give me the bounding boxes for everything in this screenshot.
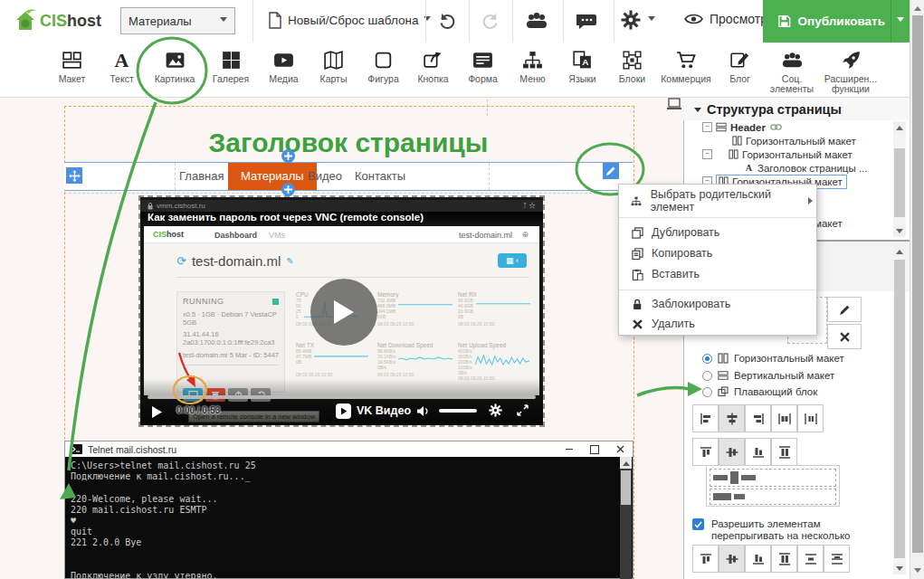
device-preview-icon[interactable] — [666, 98, 682, 110]
nav-item-materialy[interactable]: Материалы — [228, 163, 317, 190]
video-block[interactable]: vmm.cishost.ru ⤴ ☆ Как заменить пароль r… — [140, 197, 543, 425]
scrollbar-thumb[interactable] — [894, 148, 905, 217]
nav-menu-row[interactable]: Главная Материалы Видео Контакты — [64, 162, 633, 191]
radio-horizontal-layout[interactable]: Горизонтальный макет — [702, 353, 844, 364]
close-button[interactable] — [607, 445, 633, 453]
tree-item-title-text[interactable]: A Заголовок страницы ... — [744, 161, 867, 175]
new-template-button[interactable]: Новый/Сброс шаблона — [268, 12, 431, 29]
page-scrollbar[interactable] — [910, 0, 924, 579]
align-center-h-button[interactable] — [719, 404, 745, 432]
tool-blocks[interactable]: Блоки — [607, 43, 657, 84]
menu-item-lock[interactable]: Заблокировать — [619, 294, 816, 314]
collapse-toggle[interactable]: − — [702, 149, 712, 159]
edit-vm-icon[interactable]: ✎ — [286, 256, 293, 266]
menu-item-select-parent[interactable]: Выбрать родительский элемент — [619, 191, 816, 211]
scroll-down-button[interactable] — [893, 225, 906, 237]
publish-more-button[interactable] — [891, 17, 910, 25]
tool-languages[interactable]: A Языки — [557, 43, 607, 84]
align-left-button[interactable] — [692, 404, 719, 432]
stretch-v-button[interactable] — [771, 438, 797, 466]
space-around-h-button[interactable] — [797, 404, 824, 432]
distribute-rows-button[interactable] — [824, 545, 850, 573]
structure-scrollbar[interactable] — [893, 121, 906, 237]
tool-advanced[interactable]: Расширен... функции — [819, 43, 882, 94]
checkbox-checked[interactable] — [692, 518, 704, 530]
terminal-scrollbar[interactable] — [620, 457, 632, 579]
collapse-toggle[interactable]: − — [702, 122, 712, 132]
radio-button[interactable] — [702, 354, 712, 364]
menu-item-duplicate[interactable]: Дублировать — [619, 223, 816, 242]
scroll-up-button[interactable] — [620, 457, 632, 469]
tree-item-clipped[interactable]: макет — [814, 218, 843, 229]
redo-button[interactable] — [474, 9, 507, 33]
add-element-above-button[interactable] — [281, 149, 295, 163]
tool-menu[interactable]: Меню — [508, 43, 557, 84]
video-play-overlay[interactable] — [310, 279, 377, 346]
add-element-below-button[interactable] — [281, 183, 295, 196]
tool-layout[interactable]: Макет — [47, 43, 97, 84]
fullscreen-icon[interactable] — [517, 404, 529, 416]
align-top-button[interactable] — [692, 438, 719, 466]
content-align-top-button[interactable] — [692, 545, 719, 573]
nav-item-kontakty[interactable]: Контакты — [355, 163, 405, 190]
structure-panel-header[interactable]: Структура страницы — [683, 98, 910, 120]
player-play-button[interactable] — [151, 405, 163, 419]
content-stretch-button[interactable] — [771, 545, 797, 573]
tree-item-header[interactable]: − Header — [702, 120, 782, 134]
radio-vertical-layout[interactable]: Вертикальный макет — [702, 370, 834, 381]
edit-menu-button[interactable] — [603, 163, 619, 179]
vm-account[interactable]: test-domain.ml — [459, 231, 512, 240]
nav-item-glavnaya[interactable]: Главная — [179, 163, 224, 190]
volume-slider[interactable] — [439, 409, 477, 413]
align-bottom-button[interactable] — [745, 438, 771, 466]
tool-button[interactable]: Кнопка — [408, 43, 458, 84]
tree-item-hlayout-2[interactable]: − Горизонтальный макет — [702, 147, 853, 161]
menu-item-paste[interactable]: Вставить — [619, 264, 816, 284]
users-button[interactable] — [519, 9, 554, 33]
space-between-h-button[interactable] — [771, 404, 797, 432]
tool-form[interactable]: Форма — [458, 43, 508, 84]
refresh-icon[interactable]: ⟳ — [176, 254, 186, 268]
align-middle-button[interactable] — [719, 438, 745, 466]
scrollbar-thumb[interactable] — [621, 470, 631, 505]
distribute-center-button[interactable] — [797, 545, 824, 573]
properties-scrollbar[interactable] — [893, 245, 906, 574]
tool-social[interactable]: Соц. элементы — [765, 43, 819, 94]
player-settings-icon[interactable] — [489, 403, 502, 417]
menu-item-delete[interactable]: Удалить — [619, 314, 816, 334]
align-right-button[interactable] — [745, 404, 771, 432]
scrollbar-thumb[interactable] — [894, 260, 905, 558]
vm-nav-vms[interactable]: VMs — [269, 231, 285, 240]
page-title[interactable]: Заголовок страницы — [64, 128, 633, 158]
vm-view-toggle-button[interactable]: ▦ ‹ — [498, 253, 527, 268]
terminal-window[interactable]: Telnet mail.cishost.ru C:\Users>telnet m… — [64, 441, 633, 579]
comments-button[interactable] — [570, 9, 605, 33]
vm-nav-dashboard[interactable]: Dashboard — [214, 231, 257, 240]
menu-item-copy[interactable]: Копировать — [619, 243, 816, 263]
video-progress-bar[interactable] — [148, 395, 536, 399]
publish-button[interactable]: Опубликовать — [763, 0, 910, 43]
drag-handle[interactable] — [66, 167, 82, 184]
tool-text[interactable]: A Текст — [97, 43, 147, 84]
tool-commerce[interactable]: Коммерция — [657, 43, 715, 84]
tool-gallery[interactable]: Галерея — [203, 43, 259, 84]
tool-image[interactable]: Картинка — [147, 43, 203, 84]
nav-item-video[interactable]: Видео — [308, 163, 342, 190]
maximize-button[interactable] — [582, 445, 607, 454]
content-align-bottom-button[interactable] — [745, 545, 771, 573]
tool-blog[interactable]: Блог — [715, 43, 765, 84]
undo-button[interactable] — [431, 9, 463, 33]
tool-shape[interactable]: Фигура — [358, 43, 408, 84]
scroll-up-button[interactable] — [911, 2, 924, 14]
clear-style-button[interactable] — [827, 324, 862, 349]
settings-button[interactable] — [621, 10, 655, 30]
scrollbar-thumb[interactable] — [912, 15, 923, 553]
content-align-middle-button[interactable] — [719, 545, 745, 573]
terminal-title-bar[interactable]: Telnet mail.cishost.ru — [65, 441, 633, 457]
volume-icon[interactable] — [416, 405, 431, 417]
radio-floating-block[interactable]: Плавающий блок — [702, 386, 817, 397]
scroll-up-button[interactable] — [893, 245, 906, 257]
terminal-output[interactable]: C:\Users>telnet mail.cishost.ru 25 Подкл… — [71, 460, 256, 579]
tool-media[interactable]: Медиа — [259, 43, 309, 84]
preview-button[interactable]: Просмотр — [684, 12, 767, 26]
